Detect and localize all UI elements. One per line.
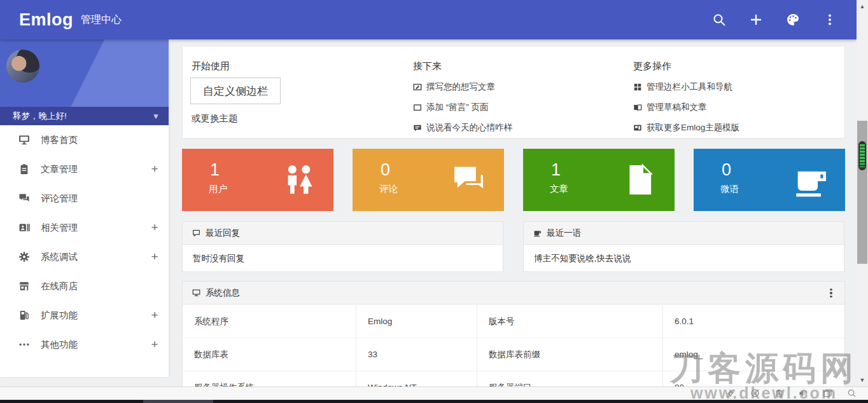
sidebar: 释梦，晚上好! ▼ 博客首页 文章管理 + 评论管理 [0,39,169,377]
sidebar-item-comments[interactable]: 评论管理 [0,184,169,213]
quick-link-add-page[interactable]: 添加 “留言” 页面 [413,101,512,113]
change-theme-link[interactable]: 或更换主题 [192,113,238,125]
panel-title: 最近回复 [206,228,240,239]
zoom-icon[interactable] [847,388,857,398]
emlog-admin-page: Emlog 管理中心 释梦，晚上好! ▼ [0,0,868,403]
sidebar-item-related[interactable]: 相关管理 + [0,213,169,242]
ellipsis-icon [18,338,31,351]
table-cell: Emlog [356,305,477,338]
more-actions-title: 更多操作 [633,60,739,72]
quick-link-manage-drafts[interactable]: 管理草稿和文章 [633,101,739,113]
quick-link-label: 撰写您的想写文章 [426,81,495,93]
table-cell: 版本号 [477,305,662,338]
next-steps-column: 接下来 撰写您的想写文章 添加 “留言” 页面 说说看今天的心情咋样 [413,60,512,133]
drafts-icon [633,103,642,112]
rocket-icon[interactable] [726,388,736,398]
sidebar-item-debug[interactable]: 系统调试 + [0,242,169,271]
widgets-icon [633,83,642,92]
user-avatar[interactable] [6,50,39,83]
recent-whisper-body: 博主不知要说啥,快去说说 [524,245,844,273]
kebab-menu-icon[interactable] [822,12,837,27]
quick-link-say-mood[interactable]: 说说看今天的心情咋样 [413,121,512,133]
coffee-cup-icon [533,229,542,237]
monitor-icon [18,133,31,146]
compose-icon [413,83,422,92]
table-cell: 系统程序 [183,305,356,338]
sidebar-item-other[interactable]: 其他功能 + [0,330,169,359]
sidebar-item-label: 博客首页 [41,134,78,146]
sidebar-item-blog-home[interactable]: 博客首页 [0,125,169,154]
expand-plus-icon[interactable]: + [148,308,161,322]
stat-label: 文章 [550,183,568,195]
plugin-icon [18,309,31,322]
expand-plus-icon[interactable]: + [148,338,161,352]
greeting-bar[interactable]: 释梦，晚上好! ▼ [0,107,169,125]
system-info-header: 系统信息 [183,282,844,304]
recent-whisper-panel: 最近一语 博主不知要说啥,快去说说 [523,221,844,272]
browser-bottom-bar [0,386,868,400]
sidebar-item-label: 相关管理 [41,222,78,234]
stat-card-comments[interactable]: 0 评论 [353,149,504,211]
chevron-down-icon[interactable]: ▼ [152,112,160,121]
sidebar-item-label: 文章管理 [41,163,78,175]
vertical-scrollbar[interactable]: ▲ ▼ [857,0,868,386]
expand-plus-icon[interactable]: + [148,221,161,235]
sidebar-item-extensions[interactable]: 扩展功能 + [0,301,169,330]
quick-link-write-article[interactable]: 撰写您的想写文章 [413,81,512,93]
trash-icon[interactable] [774,388,784,398]
stat-label: 微语 [720,183,739,195]
comments-icon [18,192,31,205]
recent-replies-header: 最近回复 [183,222,503,245]
speaker-icon[interactable] [799,388,808,398]
stat-label: 评论 [379,183,398,195]
table-row: 系统程序 Emlog 版本号 6.0.1 [183,305,844,338]
stat-value: 0 [722,160,731,180]
quick-link-label: 说说看今天的心情咋样 [426,122,512,133]
sidebar-banner [0,39,169,107]
gear-icon [18,250,31,263]
stat-card-users[interactable]: 1 用户 [182,149,333,211]
scroll-down-icon[interactable]: ▼ [857,375,868,385]
coffee-cup-icon [792,161,829,198]
recent-replies-panel: 最近回复 暂时没有回复 [182,221,503,272]
sidebar-item-label: 在线商店 [41,280,78,292]
reply-bubble-icon [192,229,200,237]
quick-link-label: 获取更多Emlog主题模版 [647,122,739,133]
panel-title: 最近一语 [547,228,581,239]
expand-plus-icon[interactable]: + [148,250,161,264]
taskbar-active-segment [143,400,213,403]
palette-icon[interactable] [785,12,801,27]
recent-whisper-header: 最近一语 [524,222,844,245]
quick-link-manage-widgets[interactable]: 管理边栏小工具和导航 [633,81,739,93]
quick-link-label: 管理草稿和文章 [647,102,707,113]
users-icon [280,161,317,198]
sidebar-item-label: 扩展功能 [41,310,78,322]
customize-sidebar-button[interactable]: 自定义侧边栏 [190,78,281,104]
scroll-up-icon[interactable]: ▲ [857,1,868,11]
store-icon [18,280,31,292]
stat-card-articles[interactable]: 1 文章 [523,149,675,211]
system-info-panel: 系统信息 系统程序 Emlog 版本号 6.0.1 数据库表 33 数据库表前缀… [182,281,845,403]
stat-value: 1 [210,160,220,180]
quick-link-label: 管理边栏小工具和导航 [647,81,732,93]
page-icon [413,103,422,112]
sidebar-item-store[interactable]: 在线商店 [0,271,169,301]
getting-started-column: 开始使用 [192,60,230,72]
quick-link-get-themes[interactable]: 获取更多Emlog主题模版 [633,121,739,133]
search-icon[interactable] [711,12,727,27]
themes-icon [633,123,642,132]
plus-icon[interactable] [748,12,764,27]
windows-icon[interactable] [823,388,832,398]
stat-value: 1 [551,160,561,180]
table-row: 数据库表 33 数据库表前缀 emlog_ [183,338,844,371]
history-icon[interactable] [750,388,760,398]
contacts-icon [18,221,31,234]
panel-kebab-icon[interactable] [825,287,837,299]
sidebar-item-articles[interactable]: 文章管理 + [0,154,169,184]
table-cell: 33 [356,338,477,371]
stat-value: 0 [381,160,390,180]
greeting-text: 释梦，晚上好! [13,111,67,122]
stat-card-whispers[interactable]: 0 微语 [694,149,845,211]
expand-plus-icon[interactable]: + [148,162,161,176]
top-header: Emlog 管理中心 [0,0,857,39]
